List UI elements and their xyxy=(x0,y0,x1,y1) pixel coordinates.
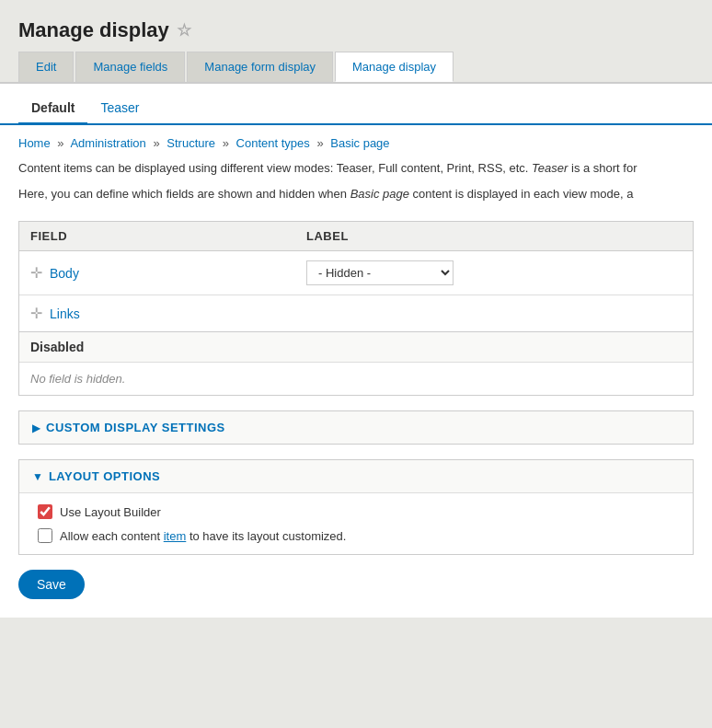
description-line-1: Content items can be displayed using dif… xyxy=(0,156,712,181)
breadcrumb-sep-3: » xyxy=(223,136,229,150)
description-line-2: Here, you can define which fields are sh… xyxy=(0,181,712,207)
page-header: Manage display ☆ xyxy=(0,0,712,52)
tab-manage-form-display[interactable]: Manage form display xyxy=(187,52,333,82)
use-layout-builder-label: Use Layout Builder xyxy=(60,505,161,519)
layout-options-title: LAYOUT OPTIONS xyxy=(49,469,160,483)
page-title-text: Manage display xyxy=(18,18,169,42)
custom-display-settings-section: ▶ CUSTOM DISPLAY SETTINGS xyxy=(18,410,694,445)
allow-customized-link[interactable]: item xyxy=(164,529,187,543)
breadcrumb: Home » Administration » Structure » Cont… xyxy=(0,125,712,156)
breadcrumb-home[interactable]: Home xyxy=(18,136,51,150)
disabled-section-header: Disabled xyxy=(19,332,693,363)
field-links-label: Links xyxy=(50,306,80,321)
body-label-dropdown[interactable]: - Hidden - Above Inline Visually Hidden xyxy=(306,260,454,285)
action-bar: Save xyxy=(0,555,712,618)
drag-handle-body[interactable]: ✛ xyxy=(30,264,42,282)
breadcrumb-administration[interactable]: Administration xyxy=(70,136,145,150)
breadcrumb-sep-2: » xyxy=(153,136,159,150)
tab-edit[interactable]: Edit xyxy=(18,52,74,82)
use-layout-builder-checkbox[interactable] xyxy=(38,504,52,519)
field-body-label: Body xyxy=(50,266,79,281)
layout-options-toggle-icon: ▼ xyxy=(32,470,43,483)
tab-teaser[interactable]: Teaser xyxy=(87,93,152,125)
col-label: LABEL xyxy=(306,229,682,243)
breadcrumb-sep-4: » xyxy=(316,136,323,150)
col-field: FIELD xyxy=(30,229,306,243)
fields-table-header: FIELD LABEL xyxy=(19,222,693,251)
table-row: ✛ Body - Hidden - Above Inline Visually … xyxy=(19,251,693,295)
layout-options-body: Use Layout Builder Allow each content it… xyxy=(19,492,693,554)
field-links-name: ✛ Links xyxy=(30,305,306,322)
use-layout-builder-row: Use Layout Builder xyxy=(38,504,674,519)
drag-handle-links[interactable]: ✛ xyxy=(30,305,42,322)
fields-table: FIELD LABEL ✛ Body - Hidden - Above Inli… xyxy=(18,221,694,332)
page-title: Manage display ☆ xyxy=(18,18,694,42)
custom-display-settings-title: CUSTOM DISPLAY SETTINGS xyxy=(46,421,225,434)
breadcrumb-basic-page[interactable]: Basic page xyxy=(330,136,389,150)
primary-tab-bar: Edit Manage fields Manage form display M… xyxy=(0,52,712,82)
save-button[interactable]: Save xyxy=(18,570,85,599)
breadcrumb-structure[interactable]: Structure xyxy=(167,136,215,150)
table-row: ✛ Links xyxy=(19,295,693,331)
disabled-empty-message: No field is hidden. xyxy=(19,363,693,395)
disabled-title: Disabled xyxy=(30,340,84,354)
tab-default[interactable]: Default xyxy=(18,93,87,125)
allow-customized-checkbox[interactable] xyxy=(38,528,52,543)
custom-display-toggle-icon: ▶ xyxy=(32,422,40,434)
field-body-label-select[interactable]: - Hidden - Above Inline Visually Hidden xyxy=(306,260,682,285)
layout-options-header[interactable]: ▼ LAYOUT OPTIONS xyxy=(19,460,693,492)
field-body-name: ✛ Body xyxy=(30,264,306,282)
tab-manage-fields[interactable]: Manage fields xyxy=(75,52,185,82)
main-content: Default Teaser Home » Administration » S… xyxy=(0,82,712,618)
allow-customized-row: Allow each content item to have its layo… xyxy=(38,528,674,543)
secondary-tab-bar: Default Teaser xyxy=(0,84,712,125)
layout-options-section: ▼ LAYOUT OPTIONS Use Layout Builder Allo… xyxy=(18,459,694,555)
tab-manage-display[interactable]: Manage display xyxy=(335,52,454,82)
star-icon[interactable]: ☆ xyxy=(177,20,191,40)
disabled-section: Disabled No field is hidden. xyxy=(18,332,694,396)
allow-customized-label: Allow each content item to have its layo… xyxy=(60,529,346,543)
breadcrumb-sep-1: » xyxy=(57,136,63,150)
breadcrumb-content-types[interactable]: Content types xyxy=(236,136,310,150)
custom-display-settings-header[interactable]: ▶ CUSTOM DISPLAY SETTINGS xyxy=(19,411,693,444)
